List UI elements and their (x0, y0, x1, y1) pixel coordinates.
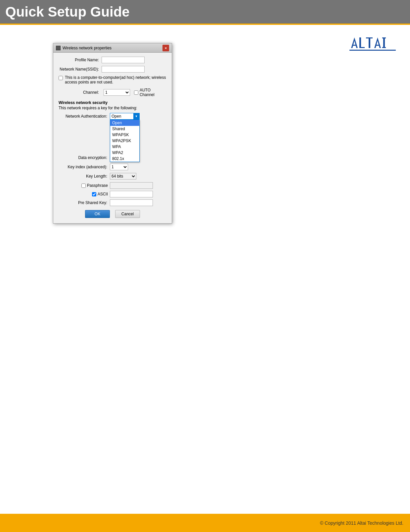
auth-option-open[interactable]: Open (110, 120, 139, 126)
svg-rect-5 (369, 37, 370, 48)
auth-option-shared[interactable]: Shared (110, 126, 139, 132)
footer-copyright: © Copyright 2011 Altai Technologies Ltd. (320, 520, 403, 526)
svg-rect-10 (382, 47, 386, 48)
adhoc-row: This is a computer-to-computer(ad hoc) n… (59, 75, 166, 84)
passphrase-input[interactable] (110, 182, 153, 189)
auth-label: Network Authentication: (59, 113, 110, 119)
cancel-button[interactable]: Cancel (115, 210, 140, 218)
svg-rect-1 (352, 45, 357, 46)
adhoc-checkbox[interactable] (59, 76, 63, 80)
key-length-select[interactable]: 64 bits (110, 173, 136, 180)
main-content: Wireless network properties × Profile Na… (0, 25, 410, 514)
auth-dropdown-list: Open Shared WPAPSK WPA2PSK WPA WPA2 802.… (110, 120, 140, 162)
channel-select[interactable]: 1 (104, 89, 130, 96)
enc-label: Data encryption: (59, 155, 110, 160)
auth-option-wpa[interactable]: WPA (110, 144, 139, 150)
dialog-body: Profile Name: Network Name(SSID): This i… (53, 53, 172, 223)
key-length-label: Key Length: (59, 174, 110, 179)
dialog-title-text: Wireless network properties (63, 46, 112, 50)
ascii-row: ASCII (59, 191, 166, 197)
network-name-label: Network Name(SSID): (59, 67, 102, 72)
pre-shared-key-row: Pre Shared Key: (59, 199, 166, 206)
dialog-title-icon (56, 46, 61, 50)
ok-button[interactable]: OK (85, 210, 110, 218)
passphrase-label: Passphrase (87, 183, 108, 188)
profile-name-label: Profile Name: (59, 58, 102, 62)
page-footer: © Copyright 2011 Altai Technologies Ltd. (0, 514, 410, 532)
security-subtext: This network requires a key for the foll… (59, 106, 166, 110)
key-length-row: Key Length: 64 bits (59, 173, 166, 180)
auth-option-wpapsk[interactable]: WPAPSK (110, 132, 139, 138)
channel-label: Channel: (59, 90, 102, 95)
auto-channel-checkbox[interactable] (134, 90, 138, 95)
network-name-input[interactable] (102, 66, 145, 73)
security-section: Wireless network security This network r… (59, 100, 166, 110)
ascii-checkbox-wrapper: ASCII (59, 192, 108, 196)
auth-select-display[interactable]: Open ▼ (110, 113, 140, 120)
auth-option-wpa2psk[interactable]: WPA2PSK (110, 138, 139, 144)
close-icon: × (165, 46, 167, 50)
svg-rect-9 (382, 37, 386, 38)
close-button[interactable]: × (162, 45, 169, 51)
security-heading: Wireless network security (59, 100, 166, 105)
auth-option-8021x[interactable]: 802.1x (110, 156, 139, 162)
key-index-label: Key index (advanced): (59, 165, 110, 169)
network-name-row: Network Name(SSID): (59, 66, 166, 73)
ascii-input[interactable] (110, 191, 153, 197)
ascii-checkbox[interactable] (92, 192, 96, 196)
passphrase-checkbox-wrapper: Passphrase (59, 183, 108, 188)
page-header: Quick Setup Guide (0, 0, 410, 25)
pre-shared-key-label: Pre Shared Key: (59, 200, 110, 205)
svg-marker-0 (351, 37, 358, 48)
svg-rect-8 (383, 37, 385, 48)
key-index-select[interactable]: 1 (110, 164, 128, 170)
passphrase-checkbox[interactable] (81, 184, 86, 188)
svg-rect-2 (359, 37, 361, 48)
svg-marker-6 (374, 37, 381, 48)
svg-rect-3 (359, 47, 365, 48)
altai-logo (348, 34, 401, 52)
auth-option-wpa2[interactable]: WPA2 (110, 150, 139, 156)
dialog-buttons: OK Cancel (59, 210, 166, 219)
profile-name-row: Profile Name: (59, 57, 166, 63)
ascii-label: ASCII (98, 192, 108, 196)
dialog-titlebar: Wireless network properties × (53, 43, 172, 53)
adhoc-label: This is a computer-to-computer(ad hoc) n… (65, 75, 166, 84)
wireless-properties-dialog: Wireless network properties × Profile Na… (53, 43, 172, 224)
svg-rect-7 (375, 45, 380, 46)
profile-name-input[interactable] (102, 57, 145, 63)
auto-channel-label: AUTO Channel (140, 88, 166, 97)
auth-selected-value: Open (110, 114, 133, 119)
altai-logo-svg (348, 34, 401, 51)
page-title: Quick Setup Guide (5, 4, 130, 20)
auth-dropdown-wrapper: Open ▼ Open Shared WPAPSK WPA2PSK WPA WP… (110, 113, 140, 120)
dropdown-arrow-icon: ▼ (133, 113, 139, 119)
auth-row: Network Authentication: Open ▼ Open Shar… (59, 113, 166, 120)
passphrase-row: Passphrase (59, 182, 166, 189)
auto-channel-wrapper: AUTO Channel (134, 88, 166, 97)
dialog-title: Wireless network properties (56, 46, 112, 50)
pre-shared-key-input[interactable] (110, 199, 153, 206)
key-index-row: Key index (advanced): 1 (59, 164, 166, 170)
svg-rect-11 (349, 50, 396, 51)
channel-row: Channel: 1 AUTO Channel (59, 88, 166, 97)
